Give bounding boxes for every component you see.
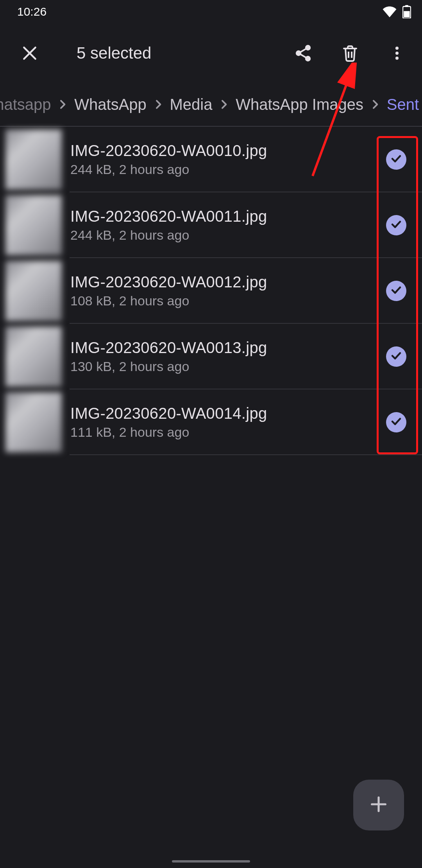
file-row[interactable]: IMG-20230620-WA0011.jpg 244 kB, 2 hours … [0, 192, 422, 258]
chevron-right-icon [150, 95, 167, 114]
chevron-right-icon [215, 95, 232, 114]
file-info: IMG-20230620-WA0013.jpg 130 kB, 2 hours … [70, 339, 386, 374]
breadcrumb-item-current[interactable]: Sent [384, 96, 422, 113]
file-info: IMG-20230620-WA0011.jpg 244 kB, 2 hours … [70, 208, 386, 243]
file-row[interactable]: IMG-20230620-WA0014.jpg 111 kB, 2 hours … [0, 389, 422, 455]
file-row[interactable]: IMG-20230620-WA0012.jpg 108 kB, 2 hours … [0, 258, 422, 324]
svg-rect-1 [405, 5, 409, 7]
chevron-right-icon [367, 95, 384, 114]
selected-checkmark[interactable] [386, 281, 406, 301]
check-icon [390, 283, 403, 298]
file-meta: 108 kB, 2 hours ago [70, 293, 386, 308]
file-info: IMG-20230620-WA0010.jpg 244 kB, 2 hours … [70, 142, 386, 177]
selected-checkmark[interactable] [386, 149, 406, 170]
file-thumbnail [5, 392, 62, 452]
check-icon [390, 218, 403, 233]
file-list: IMG-20230620-WA0010.jpg 244 kB, 2 hours … [0, 127, 422, 455]
file-meta: 111 kB, 2 hours ago [70, 425, 386, 440]
add-fab[interactable] [353, 780, 404, 830]
file-row[interactable]: IMG-20230620-WA0010.jpg 244 kB, 2 hours … [0, 127, 422, 192]
svg-line-9 [300, 54, 306, 58]
file-thumbnail [5, 261, 62, 321]
share-icon [294, 44, 313, 63]
selection-action-bar: 5 selected [0, 23, 422, 83]
file-info: IMG-20230620-WA0012.jpg 108 kB, 2 hours … [70, 273, 386, 308]
breadcrumb-item[interactable]: Media [167, 96, 216, 113]
file-thumbnail [5, 195, 62, 255]
breadcrumb-item[interactable]: WhatsApp Images [232, 96, 367, 113]
more-options-button[interactable] [378, 34, 416, 72]
selection-count-label: 5 selected [77, 44, 275, 63]
home-indicator[interactable] [172, 860, 250, 863]
status-icons [382, 5, 411, 18]
file-name: IMG-20230620-WA0013.jpg [70, 339, 386, 357]
file-info: IMG-20230620-WA0014.jpg 111 kB, 2 hours … [70, 405, 386, 440]
plus-icon [368, 794, 389, 816]
svg-point-7 [306, 57, 310, 61]
status-time: 10:26 [17, 5, 46, 18]
svg-rect-2 [404, 11, 409, 17]
svg-point-13 [395, 52, 399, 55]
svg-point-12 [395, 47, 399, 50]
file-row[interactable]: IMG-20230620-WA0013.jpg 130 kB, 2 hours … [0, 324, 422, 389]
file-thumbnail [5, 129, 62, 190]
file-thumbnail [5, 326, 62, 387]
close-icon [21, 45, 38, 62]
share-button[interactable] [284, 34, 322, 72]
selected-checkmark[interactable] [386, 215, 406, 235]
check-icon [390, 415, 403, 430]
file-name: IMG-20230620-WA0012.jpg [70, 273, 386, 291]
svg-line-8 [300, 49, 306, 52]
svg-point-14 [395, 57, 399, 60]
file-meta: 130 kB, 2 hours ago [70, 359, 386, 374]
selected-checkmark[interactable] [386, 346, 406, 367]
battery-icon [402, 5, 411, 18]
svg-point-5 [306, 46, 310, 50]
delete-button[interactable] [331, 34, 369, 72]
close-selection-button[interactable] [11, 34, 48, 72]
breadcrumb-item[interactable]: WhatsApp [71, 96, 150, 113]
status-bar: 10:26 [0, 0, 422, 23]
file-meta: 244 kB, 2 hours ago [70, 228, 386, 243]
file-name: IMG-20230620-WA0014.jpg [70, 405, 386, 422]
check-icon [390, 152, 403, 167]
file-meta: 244 kB, 2 hours ago [70, 162, 386, 177]
file-name: IMG-20230620-WA0011.jpg [70, 208, 386, 225]
check-icon [390, 349, 403, 364]
wifi-icon [382, 6, 397, 18]
breadcrumb-item[interactable]: n.whatsapp [0, 96, 54, 113]
breadcrumb[interactable]: n.whatsapp WhatsApp Media WhatsApp Image… [0, 83, 422, 127]
row-divider [70, 454, 422, 455]
chevron-right-icon [54, 95, 72, 114]
file-name: IMG-20230620-WA0010.jpg [70, 142, 386, 160]
trash-icon [341, 44, 359, 63]
svg-point-6 [297, 51, 300, 55]
more-vert-icon [388, 45, 406, 62]
selected-checkmark[interactable] [386, 412, 406, 432]
